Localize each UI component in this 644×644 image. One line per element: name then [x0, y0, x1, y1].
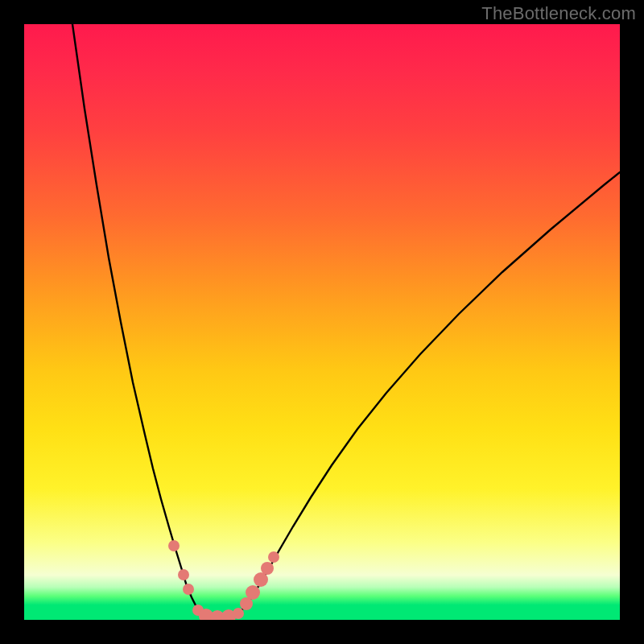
- curve-group: [72, 24, 620, 617]
- chart-svg: [24, 24, 620, 620]
- data-marker: [168, 540, 180, 551]
- data-marker: [233, 608, 244, 619]
- data-marker: [178, 569, 189, 580]
- plot-area: [24, 24, 620, 620]
- watermark-text: TheBottleneck.com: [481, 3, 636, 24]
- outer-frame: TheBottleneck.com: [0, 0, 644, 644]
- data-marker: [183, 584, 194, 595]
- data-marker: [246, 585, 260, 600]
- curve-path: [237, 172, 620, 614]
- data-marker: [261, 562, 274, 575]
- data-marker: [268, 551, 279, 563]
- marker-group: [168, 540, 279, 620]
- curve-path: [72, 24, 201, 614]
